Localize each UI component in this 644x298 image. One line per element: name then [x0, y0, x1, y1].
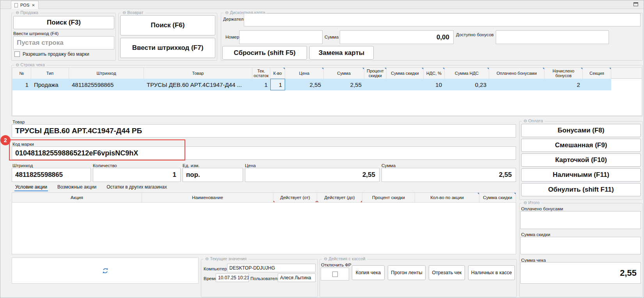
receipt-sum-field[interactable]: 2,55 — [520, 262, 641, 284]
filter-indicator-icon — [360, 201, 362, 202]
card-number-input[interactable] — [239, 30, 323, 44]
promo-header-col-7[interactable]: Сумма скидки — [479, 193, 516, 202]
allow-no-mark-label: Разрешить продажу без марки — [23, 51, 89, 57]
receipt-header-col-3[interactable]: Штрихкод — [69, 68, 144, 79]
annotation-badge: 2 — [0, 135, 11, 145]
cash-action-button-1[interactable]: Копия чека — [352, 265, 385, 280]
receipt-cell-8[interactable]: 2,55 — [324, 79, 364, 90]
receipt-cell-13[interactable] — [489, 79, 545, 90]
receipt-cell-5[interactable]: 1 — [252, 79, 270, 90]
receipt-header-col-8[interactable]: Сумма — [324, 68, 364, 79]
receipt-header-col-7[interactable]: Цена — [285, 68, 324, 79]
available-bonuses-input[interactable] — [496, 30, 609, 44]
card-replace-button[interactable]: Замена карты — [309, 46, 374, 60]
receipt-header-col-13[interactable]: Оплачено бонусами — [489, 68, 545, 79]
card-sum-input[interactable]: 0,00 — [340, 30, 454, 44]
price-field[interactable]: 2,55 — [245, 168, 380, 182]
card-reset-button[interactable]: Сбросить (shift F5) — [222, 46, 307, 60]
payment-button-3[interactable]: Карточкой (F10) — [521, 153, 641, 167]
holder-label: Держатель — [223, 17, 246, 21]
holder-input[interactable] — [244, 13, 640, 26]
cash-action-button-2[interactable]: Прогон ленты — [388, 265, 426, 280]
payment-button-5[interactable]: Обнулить (shift F11) — [521, 183, 641, 196]
receipt-header-col-15[interactable]: Секция — [583, 68, 611, 79]
receipt-cell-7[interactable]: 2,55 — [285, 79, 324, 90]
receipt-header-col-9[interactable]: Процент скидки — [364, 68, 387, 79]
sale-search-button[interactable]: Поиск (F3) — [13, 16, 114, 29]
receipt-cell-14[interactable]: 2 — [545, 79, 583, 90]
computer-field[interactable]: DESKTOP-DDJUJHG — [227, 264, 316, 272]
return-search-button[interactable]: Поиск (F6) — [120, 15, 215, 35]
promo-header-col-4[interactable]: Действует (до) — [317, 193, 362, 202]
sort-indicator-icon — [487, 68, 489, 69]
disable-fr-checkbox[interactable] — [332, 272, 338, 277]
close-tab-icon[interactable]: ✕ — [32, 3, 35, 7]
tab-pos[interactable]: POS ✕ — [11, 1, 39, 9]
promo-tab-1[interactable]: Условие акции — [14, 183, 48, 191]
barcode-label: Штрихкод — [12, 163, 33, 168]
promo-header-col-6[interactable]: Кол-во по акции — [415, 193, 479, 202]
promo-tab-3[interactable]: Остатки в других магазинах — [106, 183, 168, 191]
return-barcode-button[interactable]: Ввести штрихкод (F7) — [120, 38, 215, 58]
form-icon — [14, 3, 18, 7]
receipt-header-col-1[interactable]: № — [12, 68, 31, 79]
payment-group-title: Оплата — [522, 118, 545, 123]
promo-header-col-1[interactable]: Акция — [12, 193, 142, 202]
allow-no-mark-checkbox[interactable] — [14, 51, 20, 57]
receipt-cell-2[interactable]: Продажа — [31, 79, 69, 90]
mark-code-field[interactable]: 0104811825598865212eF6vpisNC9hX — [12, 146, 516, 160]
payment-button-2[interactable]: Смешанная (F9) — [521, 139, 641, 152]
receipt-cell-3[interactable]: 4811825598865 — [69, 79, 144, 90]
product-field[interactable]: ТРУСЫ ДЕВ.60 АРТ.4С1947-Д44 РБ — [12, 124, 516, 138]
sort-indicator-icon — [543, 68, 544, 69]
paid-bonuses-field[interactable] — [520, 211, 641, 229]
receipt-header-col-14[interactable]: Начислено бонусов — [545, 68, 583, 79]
sale-barcode-input[interactable]: Пустая строка — [13, 36, 114, 49]
receipt-cell-11[interactable]: 10 — [424, 79, 445, 90]
refresh-icon[interactable] — [102, 267, 109, 274]
promo-table-body[interactable] — [12, 203, 516, 254]
cash-action-button-4[interactable]: Наличных в кассе — [468, 265, 515, 280]
user-field[interactable]: Алеся Лытина — [278, 273, 316, 282]
cash-action-button-3[interactable]: Отрезать чек — [429, 265, 465, 280]
unit-field[interactable]: пор. — [183, 168, 243, 182]
quantity-label: Количество — [93, 163, 117, 168]
time-field[interactable]: 10.07.25 10:21 — [216, 273, 249, 282]
quantity-field[interactable]: 1 — [93, 168, 181, 182]
receipt-cell-1[interactable]: 1 — [12, 79, 31, 90]
promo-header-col-2[interactable]: Наименование — [142, 193, 273, 202]
receipt-header-col-5[interactable]: Тек. остаток — [252, 68, 270, 79]
disable-fr-panel — [321, 268, 349, 280]
receipt-cell-9[interactable] — [364, 79, 387, 90]
receipt-table-row[interactable]: 1Продажа4811825598865ТРУСЫ ДЕВ.60 АРТ.4С… — [12, 79, 642, 90]
receipt-header-col-6[interactable]: К-во — [270, 68, 285, 79]
time-label: Время — [204, 276, 217, 281]
receipt-line-group-title: Строка чека — [14, 62, 46, 67]
promo-header-col-5[interactable]: Процент скидки — [362, 193, 415, 202]
receipt-cell-6[interactable]: 1 — [270, 79, 285, 90]
payment-button-1[interactable]: Бонусами (F8) — [521, 124, 641, 137]
discount-sum-field[interactable] — [520, 237, 641, 254]
receipt-header-col-4[interactable]: Товар — [144, 68, 252, 79]
user-label: Пользователь — [250, 276, 280, 281]
receipt-cell-4[interactable]: ТРУСЫ ДЕВ.60 АРТ.4С1947-Д44 ... — [144, 79, 252, 90]
restore-window-icon[interactable] — [633, 2, 638, 6]
receipt-header-col-10[interactable]: Сумма скидки — [387, 68, 424, 79]
sort-indicator-icon — [609, 68, 611, 69]
receipt-cell-10[interactable] — [387, 79, 424, 90]
barcode-field[interactable]: 4811825598865 — [12, 168, 91, 182]
unit-label: Ед. изм. — [183, 163, 200, 168]
receipt-header-col-11[interactable]: НДС, % — [424, 68, 445, 79]
payment-button-4[interactable]: Наличными (F11) — [521, 168, 641, 182]
receipt-cell-15[interactable] — [583, 79, 611, 90]
discount-sum-label: Сумма скидки — [521, 232, 550, 237]
sum-field[interactable]: 2,55 — [381, 168, 516, 182]
filter-indicator-icon — [317, 201, 319, 202]
receipt-cell-12[interactable]: 0,23 — [445, 79, 489, 90]
receipt-header-col-12[interactable]: Сумма НДС — [445, 68, 489, 79]
promo-tab-2[interactable]: Возможные акции — [57, 183, 97, 191]
receipt-header-col-2[interactable]: Тип — [31, 68, 69, 79]
promo-header-col-3[interactable]: Действует (от) — [273, 193, 317, 202]
sum-label: Сумма — [381, 163, 396, 168]
refresh-panel[interactable] — [12, 257, 199, 284]
